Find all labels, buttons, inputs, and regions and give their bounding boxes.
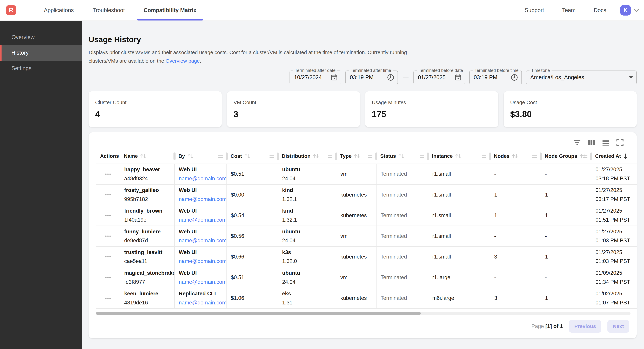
email-link[interactable]: name@domain.com — [179, 238, 226, 244]
column-header-created-at[interactable]: Created At — [591, 149, 636, 164]
row-actions-menu-icon[interactable] — [104, 234, 113, 239]
row-actions-menu-icon[interactable] — [104, 296, 113, 301]
status-badge: Terminated — [380, 192, 407, 198]
column-header-status[interactable]: Status — [376, 149, 428, 164]
table-toolbar — [88, 132, 636, 149]
cell-status: Terminated — [376, 267, 428, 288]
dropdown-caret-icon[interactable] — [629, 76, 633, 78]
terminated-after-time-field[interactable]: Terminated after time 03:19 PM — [346, 70, 398, 84]
sidebar-item-history[interactable]: History — [0, 45, 82, 61]
sort-desc-icon[interactable] — [623, 153, 628, 159]
next-page-button[interactable]: Next — [608, 320, 629, 333]
column-header-instance[interactable]: Instance — [428, 149, 490, 164]
overview-page-link[interactable]: Overview page — [166, 58, 200, 64]
calendar-icon[interactable] — [455, 74, 462, 81]
column-header-name[interactable]: Name — [120, 149, 174, 164]
terminated-before-time-value[interactable]: 03:19 PM — [474, 74, 508, 81]
sort-icon[interactable] — [187, 153, 194, 159]
table-row: frosty_galileo 995b7182 Web UI name@doma… — [96, 185, 637, 205]
tab-troubleshoot[interactable]: Troubleshoot — [83, 0, 134, 20]
status-badge: Terminated — [380, 233, 407, 239]
column-header-node-groups[interactable]: Node Groups — [540, 149, 591, 164]
filter-icon[interactable] — [574, 139, 581, 146]
cell-instance: r1.small — [428, 164, 490, 184]
terminated-after-date-field[interactable]: Terminated after date 10/27/2024 — [290, 70, 341, 84]
column-header-by[interactable]: By — [174, 149, 226, 164]
cell-created-at: 01/02/2025 01:07 PM PST — [591, 288, 636, 308]
cell-type: vm — [336, 267, 376, 288]
sidebar-item-overview[interactable]: Overview — [0, 29, 82, 45]
top-right-links: Support Team Docs K — [525, 0, 644, 20]
previous-page-button[interactable]: Previous — [569, 320, 601, 333]
cell-distribution: k3s 1.32.0 — [278, 247, 336, 267]
column-resize-handle[interactable] — [482, 155, 486, 158]
timezone-select[interactable]: Timezone America/Los_Angeles — [526, 70, 637, 84]
clock-icon[interactable] — [387, 74, 394, 81]
support-link[interactable]: Support — [525, 7, 544, 13]
sort-icon[interactable] — [512, 153, 518, 159]
column-resize-handle[interactable] — [328, 155, 332, 158]
cell-instance: m6i.large — [428, 288, 490, 308]
main-content: Usage History Displays prior clusters/VM… — [82, 21, 644, 349]
tab-compatibility-matrix[interactable]: Compatibility Matrix — [134, 0, 206, 20]
chevron-down-icon[interactable] — [634, 9, 639, 12]
timezone-value[interactable]: America/Los_Angeles — [530, 74, 626, 81]
email-link[interactable]: name@domain.com — [179, 196, 226, 202]
cell-cost: $0.66 — [227, 247, 278, 267]
clock-icon[interactable] — [511, 74, 518, 81]
sort-icon[interactable] — [140, 153, 147, 159]
cell-node-groups: - — [541, 164, 591, 184]
sort-icon[interactable] — [455, 153, 462, 159]
row-actions-menu-icon[interactable] — [104, 213, 113, 218]
columns-icon[interactable] — [588, 139, 595, 146]
cell-nodes: 1 — [490, 185, 541, 205]
column-header-nodes[interactable]: Nodes — [490, 149, 541, 164]
cell-created-at: 01/27/2025 01:03 PM PST — [591, 226, 636, 246]
row-actions-menu-icon[interactable] — [104, 254, 113, 259]
row-actions-menu-icon[interactable] — [104, 275, 113, 280]
terminated-after-date-value[interactable]: 10/27/2024 — [294, 74, 328, 81]
sort-icon[interactable] — [244, 153, 251, 159]
terminated-before-time-field[interactable]: Terminated before time 03:19 PM — [469, 70, 522, 84]
status-badge: Terminated — [380, 171, 407, 177]
fullscreen-icon[interactable] — [616, 139, 624, 146]
column-resize-handle[interactable] — [218, 155, 223, 158]
sort-icon[interactable] — [354, 153, 361, 159]
column-resize-handle[interactable] — [583, 155, 587, 158]
density-icon[interactable] — [602, 139, 610, 146]
horizontal-scrollbar-thumb[interactable] — [96, 312, 421, 315]
column-resize-handle[interactable] — [368, 155, 372, 158]
cell-distribution: ubuntu 24.04 — [278, 164, 336, 184]
cell-instance: r1.large — [428, 267, 490, 288]
column-resize-handle[interactable] — [270, 155, 274, 158]
column-header-distribution[interactable]: Distribution — [278, 149, 336, 164]
column-resize-handle[interactable] — [532, 155, 537, 158]
column-resize-handle[interactable] — [420, 155, 424, 158]
sidebar: Overview History Settings — [0, 21, 82, 349]
cell-by: Web UI name@domain.com — [175, 267, 227, 288]
cell-instance: r1.small — [428, 226, 490, 246]
cell-status: Terminated — [376, 205, 428, 226]
replicated-logo[interactable]: R — [6, 5, 16, 15]
team-link[interactable]: Team — [562, 7, 576, 13]
column-header-type[interactable]: Type — [336, 149, 376, 164]
terminated-before-date-field[interactable]: Terminated before date 01/27/2025 — [414, 70, 465, 84]
email-link[interactable]: name@domain.com — [179, 217, 226, 223]
email-link[interactable]: name@domain.com — [179, 300, 226, 306]
sort-icon[interactable] — [312, 153, 320, 159]
avatar[interactable]: K — [620, 5, 631, 15]
email-link[interactable]: name@domain.com — [179, 279, 226, 285]
row-actions-menu-icon[interactable] — [104, 172, 113, 177]
row-actions-menu-icon[interactable] — [104, 192, 113, 197]
sidebar-item-settings[interactable]: Settings — [0, 61, 82, 76]
terminated-before-date-value[interactable]: 01/27/2025 — [418, 74, 452, 81]
calendar-icon[interactable] — [331, 74, 338, 81]
email-link[interactable]: name@domain.com — [179, 176, 226, 182]
email-link[interactable]: name@domain.com — [179, 258, 226, 264]
terminated-after-time-value[interactable]: 03:19 PM — [350, 74, 384, 81]
tab-applications[interactable]: Applications — [34, 0, 83, 20]
sort-icon[interactable] — [398, 153, 405, 159]
column-header-cost[interactable]: Cost — [226, 149, 278, 164]
docs-link[interactable]: Docs — [594, 7, 606, 13]
account-menu[interactable]: K — [620, 5, 639, 15]
